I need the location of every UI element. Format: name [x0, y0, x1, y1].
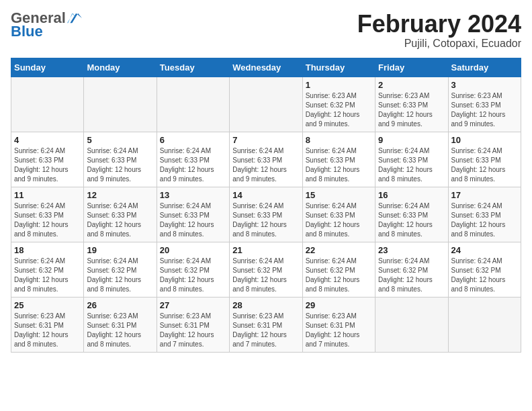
calendar-cell: 3Sunrise: 6:23 AM Sunset: 6:33 PM Daylig…	[448, 77, 521, 132]
day-info: Sunrise: 6:24 AM Sunset: 6:32 PM Dayligh…	[378, 257, 445, 294]
day-number: 17	[451, 190, 518, 200]
calendar-cell: 10Sunrise: 6:24 AM Sunset: 6:33 PM Dayli…	[448, 132, 521, 187]
header-row: SundayMondayTuesdayWednesdayThursdayFrid…	[11, 58, 521, 77]
day-number: 23	[378, 245, 445, 255]
day-info: Sunrise: 6:24 AM Sunset: 6:33 PM Dayligh…	[232, 201, 299, 239]
day-number: 1	[306, 80, 372, 90]
day-number: 28	[232, 300, 299, 310]
week-row-4: 25Sunrise: 6:23 AM Sunset: 6:31 PM Dayli…	[11, 297, 521, 352]
calendar-cell: 27Sunrise: 6:23 AM Sunset: 6:31 PM Dayli…	[157, 297, 229, 352]
day-number: 20	[160, 245, 226, 255]
day-info: Sunrise: 6:23 AM Sunset: 6:31 PM Dayligh…	[87, 312, 153, 349]
calendar-cell	[375, 297, 448, 352]
day-info: Sunrise: 6:24 AM Sunset: 6:33 PM Dayligh…	[378, 201, 445, 239]
day-info: Sunrise: 6:24 AM Sunset: 6:32 PM Dayligh…	[451, 257, 518, 294]
day-number: 26	[87, 300, 153, 310]
day-info: Sunrise: 6:24 AM Sunset: 6:32 PM Dayligh…	[87, 257, 153, 294]
calendar-cell	[230, 77, 302, 132]
day-info: Sunrise: 6:24 AM Sunset: 6:33 PM Dayligh…	[232, 146, 299, 184]
logo-blue: Blue	[11, 23, 43, 40]
day-info: Sunrise: 6:24 AM Sunset: 6:32 PM Dayligh…	[160, 257, 226, 294]
day-info: Sunrise: 6:24 AM Sunset: 6:33 PM Dayligh…	[378, 146, 445, 184]
week-row-0: 1Sunrise: 6:23 AM Sunset: 6:32 PM Daylig…	[11, 77, 521, 132]
day-number: 14	[232, 190, 299, 200]
calendar-cell: 9Sunrise: 6:24 AM Sunset: 6:33 PM Daylig…	[375, 132, 448, 187]
day-info: Sunrise: 6:24 AM Sunset: 6:32 PM Dayligh…	[306, 257, 372, 294]
logo: General Blue	[11, 11, 82, 40]
day-number: 11	[14, 190, 81, 200]
day-number: 8	[306, 135, 372, 145]
calendar-cell	[11, 77, 84, 132]
day-number: 5	[87, 135, 153, 145]
day-number: 10	[451, 135, 518, 145]
calendar-cell: 14Sunrise: 6:24 AM Sunset: 6:33 PM Dayli…	[230, 187, 302, 242]
calendar-cell: 29Sunrise: 6:23 AM Sunset: 6:31 PM Dayli…	[302, 297, 375, 352]
day-info: Sunrise: 6:24 AM Sunset: 6:33 PM Dayligh…	[14, 146, 81, 184]
calendar-cell: 8Sunrise: 6:24 AM Sunset: 6:33 PM Daylig…	[302, 132, 375, 187]
calendar-cell: 6Sunrise: 6:24 AM Sunset: 6:33 PM Daylig…	[157, 132, 229, 187]
day-number: 12	[87, 190, 153, 200]
calendar-cell: 4Sunrise: 6:24 AM Sunset: 6:33 PM Daylig…	[11, 132, 84, 187]
day-number: 19	[87, 245, 153, 255]
calendar-cell: 17Sunrise: 6:24 AM Sunset: 6:33 PM Dayli…	[448, 187, 521, 242]
day-info: Sunrise: 6:24 AM Sunset: 6:33 PM Dayligh…	[160, 201, 226, 239]
day-number: 29	[306, 300, 372, 310]
calendar-cell: 24Sunrise: 6:24 AM Sunset: 6:32 PM Dayli…	[448, 242, 521, 297]
day-number: 21	[232, 245, 299, 255]
calendar-cell	[84, 77, 157, 132]
calendar-cell: 19Sunrise: 6:24 AM Sunset: 6:32 PM Dayli…	[84, 242, 157, 297]
day-header-saturday: Saturday	[448, 58, 521, 77]
week-row-3: 18Sunrise: 6:24 AM Sunset: 6:32 PM Dayli…	[11, 242, 521, 297]
logo-icon	[67, 11, 82, 26]
calendar-cell: 5Sunrise: 6:24 AM Sunset: 6:33 PM Daylig…	[84, 132, 157, 187]
day-number: 2	[378, 80, 445, 90]
day-number: 24	[451, 245, 518, 255]
day-number: 16	[378, 190, 445, 200]
calendar-cell	[448, 297, 521, 352]
calendar-cell: 1Sunrise: 6:23 AM Sunset: 6:32 PM Daylig…	[302, 77, 375, 132]
calendar-cell: 7Sunrise: 6:24 AM Sunset: 6:33 PM Daylig…	[230, 132, 302, 187]
week-row-2: 11Sunrise: 6:24 AM Sunset: 6:33 PM Dayli…	[11, 187, 521, 242]
day-number: 15	[306, 190, 372, 200]
calendar-cell: 22Sunrise: 6:24 AM Sunset: 6:32 PM Dayli…	[302, 242, 375, 297]
day-header-monday: Monday	[84, 58, 157, 77]
calendar-cell: 12Sunrise: 6:24 AM Sunset: 6:33 PM Dayli…	[84, 187, 157, 242]
day-info: Sunrise: 6:23 AM Sunset: 6:32 PM Dayligh…	[306, 91, 372, 129]
calendar-cell: 16Sunrise: 6:24 AM Sunset: 6:33 PM Dayli…	[375, 187, 448, 242]
day-header-tuesday: Tuesday	[157, 58, 229, 77]
day-info: Sunrise: 6:23 AM Sunset: 6:31 PM Dayligh…	[160, 312, 226, 349]
calendar-cell: 15Sunrise: 6:24 AM Sunset: 6:33 PM Dayli…	[302, 187, 375, 242]
day-number: 3	[451, 80, 518, 90]
calendar-cell: 28Sunrise: 6:23 AM Sunset: 6:31 PM Dayli…	[230, 297, 302, 352]
calendar-cell: 26Sunrise: 6:23 AM Sunset: 6:31 PM Dayli…	[84, 297, 157, 352]
day-header-sunday: Sunday	[11, 58, 84, 77]
day-info: Sunrise: 6:23 AM Sunset: 6:31 PM Dayligh…	[14, 312, 81, 349]
calendar-cell: 20Sunrise: 6:24 AM Sunset: 6:32 PM Dayli…	[157, 242, 229, 297]
calendar-cell: 25Sunrise: 6:23 AM Sunset: 6:31 PM Dayli…	[11, 297, 84, 352]
day-info: Sunrise: 6:24 AM Sunset: 6:33 PM Dayligh…	[451, 146, 518, 184]
day-info: Sunrise: 6:23 AM Sunset: 6:31 PM Dayligh…	[306, 312, 372, 349]
day-info: Sunrise: 6:24 AM Sunset: 6:33 PM Dayligh…	[14, 201, 81, 239]
day-info: Sunrise: 6:24 AM Sunset: 6:33 PM Dayligh…	[160, 146, 226, 184]
calendar-cell: 11Sunrise: 6:24 AM Sunset: 6:33 PM Dayli…	[11, 187, 84, 242]
calendar-cell: 13Sunrise: 6:24 AM Sunset: 6:33 PM Dayli…	[157, 187, 229, 242]
calendar-title: February 2024	[357, 11, 521, 38]
day-info: Sunrise: 6:24 AM Sunset: 6:33 PM Dayligh…	[451, 201, 518, 239]
header: General Blue February 2024 Pujili, Cotop…	[11, 11, 521, 50]
day-info: Sunrise: 6:24 AM Sunset: 6:33 PM Dayligh…	[306, 146, 372, 184]
day-info: Sunrise: 6:23 AM Sunset: 6:33 PM Dayligh…	[378, 91, 445, 129]
calendar-cell: 2Sunrise: 6:23 AM Sunset: 6:33 PM Daylig…	[375, 77, 448, 132]
day-info: Sunrise: 6:24 AM Sunset: 6:33 PM Dayligh…	[306, 201, 372, 239]
day-number: 22	[306, 245, 372, 255]
day-number: 13	[160, 190, 226, 200]
calendar-cell	[157, 77, 229, 132]
day-info: Sunrise: 6:24 AM Sunset: 6:33 PM Dayligh…	[87, 146, 153, 184]
day-header-wednesday: Wednesday	[230, 58, 302, 77]
day-number: 4	[14, 135, 81, 145]
day-info: Sunrise: 6:23 AM Sunset: 6:31 PM Dayligh…	[232, 312, 299, 349]
day-number: 9	[378, 135, 445, 145]
calendar-cell: 18Sunrise: 6:24 AM Sunset: 6:32 PM Dayli…	[11, 242, 84, 297]
calendar-table: SundayMondayTuesdayWednesdayThursdayFrid…	[11, 58, 521, 353]
day-number: 6	[160, 135, 226, 145]
day-number: 7	[232, 135, 299, 145]
